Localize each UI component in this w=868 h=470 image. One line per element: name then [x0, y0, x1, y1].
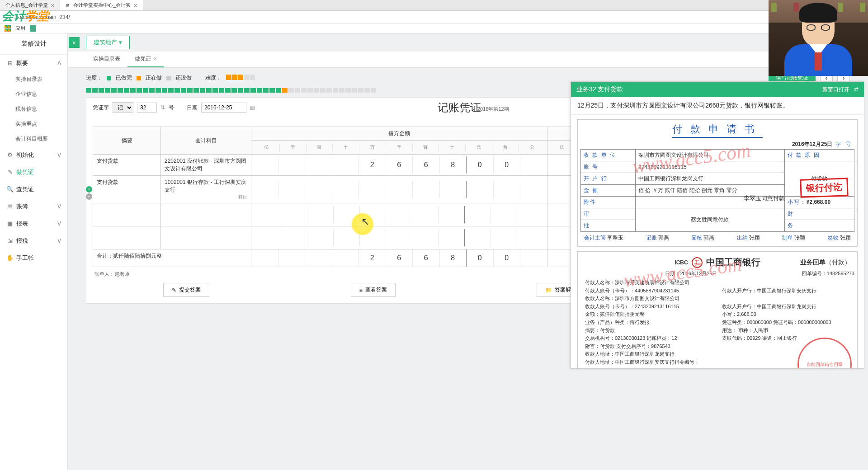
- tab-label: 做凭证: [135, 56, 151, 62]
- tab-title: 会计学堂实操中心_会计实: [73, 2, 131, 9]
- summary-cell[interactable]: 支付货款: [93, 155, 161, 176]
- tab-label: 实操目录表: [93, 56, 120, 62]
- logo-part2: 学堂: [25, 9, 49, 23]
- calendar-icon[interactable]: ▦: [250, 104, 255, 111]
- sidebar-item-search-voucher[interactable]: 🔍查凭证: [0, 181, 67, 198]
- swap-icon[interactable]: ⇄: [854, 86, 859, 94]
- sidebar-title: 装修设计: [0, 33, 67, 55]
- voucher-char-label: 凭证字: [93, 104, 109, 112]
- tab-close-icon[interactable]: ×: [133, 2, 137, 9]
- sidebar-item-report[interactable]: ▦报表ᐯ: [0, 215, 67, 232]
- pencil-icon: ✎: [6, 169, 14, 175]
- table-icon: ▦: [6, 220, 14, 227]
- arrows-icon[interactable]: ⇅: [160, 104, 165, 111]
- sidebar-item-ledger[interactable]: ▤账簿ᐯ: [0, 198, 67, 215]
- submit-button[interactable]: ✎提交答案: [163, 283, 209, 297]
- webcam-feed: [769, 0, 868, 76]
- total-debit: 266800: [251, 249, 547, 267]
- content-tabs: 实操目录表 做凭证×: [68, 52, 868, 68]
- url-bar: lx.acc5.com/main_234/: [0, 11, 868, 24]
- debit-cell[interactable]: 266800: [251, 156, 547, 174]
- summary-cell[interactable]: 支付货款+−: [93, 176, 161, 203]
- view-answer-button[interactable]: ≡查看答案: [351, 283, 396, 297]
- panel-header: 业务32 支付货款 新窗口打开 ⇄: [571, 82, 864, 97]
- icbc-header: ICBC 工 中国工商银行 业务回单（付款）: [580, 256, 854, 268]
- icbc-brand: ICBC: [675, 259, 688, 266]
- debit-digit-header: 亿千百十万千百十元角分: [253, 143, 545, 151]
- bookmark-bar: 应用: [0, 24, 868, 33]
- folder-icon: 📁: [545, 287, 552, 293]
- account-cell[interactable]: 1002001 银行存款 - 工行深圳安庆支行科目: [161, 176, 251, 203]
- sidebar-sub-tax[interactable]: 税务信息: [0, 102, 67, 117]
- left-sidebar: 装修设计 ⊞概要 ᐱ 实操目录表 企业信息 税务信息 实操重点 会计科目概要 ⚙…: [0, 33, 68, 470]
- payment-request-doc: www.acc5.com 付款申请书 2016年12月25日 字 号 收 款 单…: [577, 119, 858, 247]
- sidebar-collapse-button[interactable]: «: [69, 37, 80, 48]
- chevron-down-icon: ᐯ: [57, 203, 61, 210]
- tab-voucher[interactable]: 做凭证×: [127, 52, 164, 67]
- total-label: 合计：贰仟陆佰陆拾捌元整: [93, 249, 251, 267]
- paid-stamp: 银行付讫: [800, 178, 848, 198]
- difficulty-label: 难度：: [205, 74, 222, 82]
- chevron-up-icon: ᐱ: [57, 60, 61, 66]
- btn-label: 提交答案: [179, 286, 201, 294]
- col-debit: 借方金额: [251, 127, 547, 141]
- sidebar-sub-company[interactable]: 企业信息: [0, 87, 67, 102]
- sidebar-label: 概要: [16, 60, 28, 66]
- main-content: « 建筑地产 ▾ 赵老师 (SVIP 实操目录表 做凭证× 进度： 已做完 正在…: [68, 33, 868, 470]
- sidebar-label: 手工帐: [16, 254, 34, 261]
- presenter: [782, 6, 854, 76]
- sidebar-item-tax[interactable]: ⇲报税ᐯ: [0, 232, 67, 249]
- tab-close-icon[interactable]: ×: [51, 2, 54, 9]
- chevron-down-icon: ᐯ: [57, 152, 61, 158]
- voucher-number-input[interactable]: [137, 103, 157, 113]
- sidebar-label: 报税: [16, 237, 28, 244]
- industry-dropdown[interactable]: 建筑地产 ▾: [86, 36, 130, 49]
- edit-icon: ✎: [172, 287, 176, 293]
- sidebar-sub-focus[interactable]: 实操重点: [0, 117, 67, 132]
- sidebar-label: 做凭证: [16, 169, 34, 175]
- browser-tab-2[interactable]: 🗎 会计学堂实操中心_会计实 ×: [60, 0, 143, 10]
- grid-icon: ⊞: [6, 60, 14, 66]
- sig2: 李翠玉同意付款: [744, 194, 785, 202]
- page-icon: 🗎: [66, 3, 71, 8]
- close-icon[interactable]: ×: [154, 56, 157, 62]
- account-cell[interactable]: 2202001 应付账款 - 深圳市方圆图文设计有限公司: [161, 155, 251, 176]
- debit-cell[interactable]: [251, 181, 547, 198]
- date-input[interactable]: [201, 103, 246, 113]
- sidebar-sub-subjects[interactable]: 会计科目概要: [0, 132, 67, 146]
- icbc-logo-icon: 工: [692, 257, 703, 268]
- legend-not-icon: [166, 76, 171, 80]
- chevron-down-icon: ᐯ: [57, 238, 61, 244]
- btn-label: 查看答案: [365, 286, 387, 294]
- progress-label: 进度：: [86, 74, 102, 82]
- gear-icon: ⚙: [6, 151, 14, 158]
- apps-label[interactable]: 应用: [15, 25, 25, 32]
- panel-title: 业务32 支付货款: [576, 85, 623, 94]
- sidebar-item-make-voucher[interactable]: ✎做凭证: [0, 164, 67, 181]
- site-logo: 会计学堂: [2, 8, 49, 24]
- sidebar-label: 报表: [16, 220, 28, 227]
- bookmark-item[interactable]: [30, 25, 36, 32]
- date-label: 日期: [187, 104, 198, 112]
- open-new-window[interactable]: 新窗口打开: [822, 86, 849, 94]
- legend-label: 正在做: [146, 74, 162, 82]
- voucher-char-select[interactable]: 记: [113, 102, 133, 113]
- browser-tabs: 个人信息_会计学堂 × 🗎 会计学堂实操中心_会计实 ×: [0, 0, 868, 11]
- export-icon: ⇲: [6, 237, 14, 244]
- sidebar-sub-catalog[interactable]: 实操目录表: [0, 72, 67, 87]
- add-row-icon[interactable]: +: [86, 186, 92, 193]
- list-icon: ≡: [359, 287, 363, 293]
- tab-catalog[interactable]: 实操目录表: [86, 52, 127, 67]
- icbc-doc-type: 业务回单（付款）: [800, 258, 851, 267]
- chevron-down-icon: ᐯ: [57, 221, 61, 227]
- sidebar-item-overview[interactable]: ⊞概要 ᐱ: [0, 55, 67, 72]
- icbc-receipt-doc: www.acc5.com ICBC 工 中国工商银行 业务回单（付款） 日期：2…: [577, 251, 858, 369]
- del-row-icon[interactable]: −: [86, 193, 92, 200]
- icbc-bank-name: 中国工商银行: [706, 256, 760, 268]
- sidebar-item-init[interactable]: ⚙初始化ᐯ: [0, 146, 67, 164]
- panel-description: 12月25日，支付深圳市方圆图文设计有限公司2668元货款，银行网银转账。: [571, 97, 864, 115]
- sidebar-label: 初始化: [16, 151, 34, 158]
- sidebar-item-manual[interactable]: ✋手工帐: [0, 249, 67, 267]
- sidebar-label: 账簿: [16, 203, 28, 210]
- apps-icon[interactable]: [5, 25, 11, 32]
